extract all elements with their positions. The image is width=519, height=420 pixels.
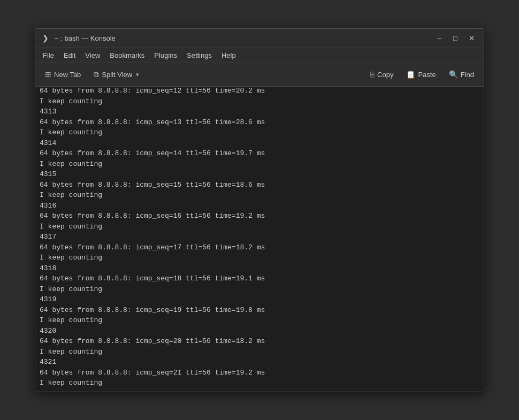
title-bar: ❯ ~ : bash — Konsole – □ ✕: [35, 29, 484, 48]
title-bar-left: ❯ ~ : bash — Konsole: [41, 33, 116, 43]
search-icon: 🔍: [449, 70, 458, 79]
new-tab-label: New Tab: [54, 71, 81, 79]
terminal-line: 4314: [40, 138, 479, 149]
window-title: ~ : bash — Konsole: [55, 34, 116, 42]
maximize-button[interactable]: □: [448, 32, 462, 44]
menu-view[interactable]: View: [81, 50, 104, 60]
menu-bar: File Edit View Bookmarks Plugins Setting…: [35, 48, 484, 63]
chevron-down-icon: ▾: [136, 71, 139, 78]
terminal-area: 64 bytes from 8.8.8.8: icmp_seq=11 ttl=5…: [35, 87, 484, 392]
terminal-line: 4315: [40, 169, 479, 180]
terminal-line: 4319: [40, 294, 479, 305]
terminal-line: 4317: [40, 232, 479, 242]
menu-settings[interactable]: Settings: [182, 50, 216, 60]
terminal-line: 4316: [40, 201, 479, 211]
terminal-line: 64 bytes from 8.8.8.8: icmp_seq=19 ttl=5…: [40, 305, 479, 316]
terminal-line: 64 bytes from 8.8.8.8: icmp_seq=18 ttl=5…: [40, 273, 479, 284]
terminal-line: 64 bytes from 8.8.8.8: icmp_seq=16 ttl=5…: [40, 211, 479, 222]
minimize-button[interactable]: –: [432, 32, 446, 44]
split-view-label: Split View: [102, 71, 132, 79]
terminal-line: I keep counting: [40, 222, 479, 232]
paste-icon: 📋: [406, 70, 415, 79]
terminal-line: I keep counting: [40, 96, 479, 107]
terminal-line: I keep counting: [40, 378, 479, 388]
menu-edit[interactable]: Edit: [59, 50, 80, 60]
paste-label: Paste: [418, 71, 436, 79]
terminal-line: I keep counting: [40, 159, 479, 170]
copy-label: Copy: [377, 71, 393, 79]
terminal-line: I keep counting: [40, 253, 479, 263]
menu-help[interactable]: Help: [217, 50, 240, 60]
title-bar-right: – □ ✕: [432, 32, 478, 44]
terminal-line: 4313: [40, 106, 479, 117]
terminal-line: 4318: [40, 263, 479, 274]
paste-button[interactable]: 📋 Paste: [401, 68, 441, 81]
terminal-line: 4320: [40, 326, 479, 337]
new-tab-icon: ⊞: [45, 70, 51, 79]
terminal-line: I keep counting: [40, 190, 479, 201]
konsole-window: ❯ ~ : bash — Konsole – □ ✕ File Edit Vie…: [35, 28, 484, 392]
copy-icon: ⎘: [370, 70, 375, 79]
split-view-icon: ⧉: [94, 70, 99, 79]
terminal-line: I keep counting: [40, 315, 479, 326]
split-view-button[interactable]: ⧉ Split View ▾: [88, 68, 144, 81]
terminal-line: 64 bytes from 8.8.8.8: icmp_seq=20 ttl=5…: [40, 336, 479, 347]
new-tab-button[interactable]: ⊞ New Tab: [40, 68, 86, 81]
terminal-line: 4321: [40, 357, 479, 368]
menu-plugins[interactable]: Plugins: [150, 50, 181, 60]
terminal-line: I keep counting: [40, 284, 479, 295]
terminal-line: 64 bytes from 8.8.8.8: icmp_seq=12 ttl=5…: [40, 87, 479, 96]
menu-file[interactable]: File: [39, 50, 58, 60]
terminal-line: 64 bytes from 8.8.8.8: icmp_seq=13 ttl=5…: [40, 117, 479, 128]
terminal-line: I keep counting: [40, 347, 479, 357]
terminal-line: 64 bytes from 8.8.8.8: icmp_seq=17 ttl=5…: [40, 242, 479, 253]
find-label: Find: [461, 71, 474, 79]
terminal-output[interactable]: 64 bytes from 8.8.8.8: icmp_seq=11 ttl=5…: [35, 87, 484, 392]
copy-button[interactable]: ⎘ Copy: [365, 68, 399, 81]
menu-bookmarks[interactable]: Bookmarks: [105, 50, 149, 60]
terminal-line: I keep counting: [40, 127, 479, 138]
terminal-line: 64 bytes from 8.8.8.8: icmp_seq=14 ttl=5…: [40, 148, 479, 159]
find-button[interactable]: 🔍 Find: [444, 68, 479, 81]
close-button[interactable]: ✕: [464, 32, 478, 44]
terminal-line: 64 bytes from 8.8.8.8: icmp_seq=21 ttl=5…: [40, 368, 479, 378]
terminal-icon: ❯: [41, 33, 50, 43]
toolbar: ⊞ New Tab ⧉ Split View ▾ ⎘ Copy 📋 Paste …: [35, 63, 484, 87]
terminal-line: 64 bytes from 8.8.8.8: icmp_seq=15 ttl=5…: [40, 180, 479, 190]
